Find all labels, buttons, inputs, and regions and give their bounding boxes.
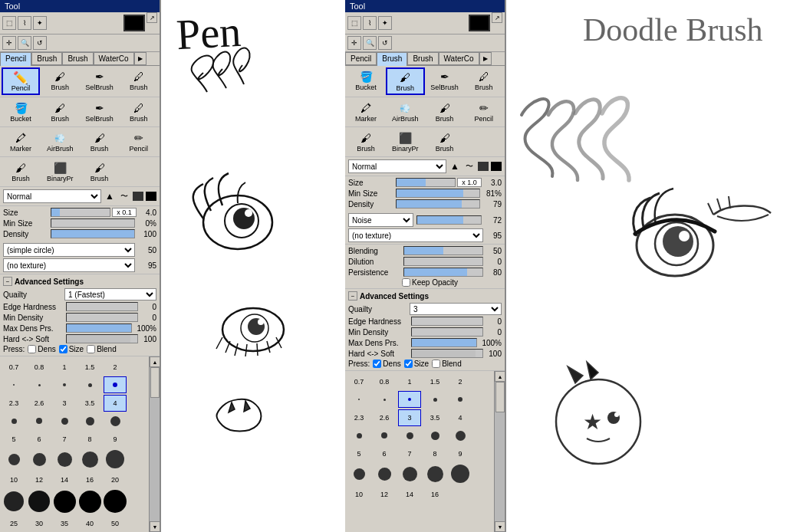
- brush-dot-2[interactable]: [104, 376, 127, 393]
- tab-brush1[interactable]: Brush: [31, 52, 62, 65]
- r-press-size[interactable]: Size: [404, 360, 429, 368]
- r-brush-label-3[interactable]: 3: [398, 409, 421, 426]
- right-texture-dropdown[interactable]: (no texture): [348, 228, 483, 242]
- r-brush-label-5[interactable]: 5: [347, 445, 370, 462]
- r-advanced-toggle[interactable]: −: [348, 291, 357, 300]
- brush-dot-35[interactable]: [78, 412, 101, 429]
- color-swatch[interactable]: [123, 15, 145, 31]
- r-brush-dot-4[interactable]: [449, 427, 472, 444]
- right-minsize-bar[interactable]: [396, 189, 480, 198]
- left-advanced-toggle[interactable]: −: [3, 277, 12, 286]
- left-size-bar[interactable]: [51, 208, 110, 217]
- brush-size-label-1[interactable]: 1: [53, 359, 76, 376]
- expand-icon[interactable]: ↗: [146, 12, 157, 23]
- r-tab-pencil[interactable]: Pencil: [345, 52, 377, 65]
- r-rotate-icon[interactable]: ↺: [378, 36, 392, 50]
- brush-dot-26[interactable]: [28, 412, 51, 429]
- brush-size-label-3[interactable]: 3: [53, 395, 76, 412]
- left-shape-dropdown[interactable]: (simple circle): [3, 243, 135, 257]
- left-mode-dropdown[interactable]: Normal: [3, 189, 101, 203]
- brush-size-label-50[interactable]: 50: [104, 515, 127, 532]
- right-density-bar[interactable]: [396, 199, 480, 209]
- r-lasso-icon[interactable]: ⌇: [363, 16, 377, 30]
- rotate-icon[interactable]: ↺: [33, 36, 47, 50]
- r-brush-label-12[interactable]: 12: [373, 486, 396, 503]
- tool-selbrush2[interactable]: ✒ SelBrush: [81, 99, 119, 125]
- brush-dot-14[interactable]: [53, 489, 76, 514]
- r-brush-dot-07[interactable]: [347, 391, 370, 408]
- brush-size-label-26[interactable]: 2.6: [28, 395, 51, 412]
- r-brush-label-4[interactable]: 4: [449, 409, 472, 426]
- r-brush-dot-08[interactable]: [373, 391, 396, 408]
- left-scroll-thumb[interactable]: [150, 367, 160, 398]
- r-brush-dot-23[interactable]: [347, 427, 370, 444]
- tool-marker[interactable]: 🖍 Marker: [2, 129, 40, 155]
- r-tool-brush3[interactable]: 🖌 Brush: [426, 99, 464, 125]
- r-tool-bucket[interactable]: 🪣 Bucket: [347, 67, 385, 95]
- left-advanced-header[interactable]: − Advanced Settings: [3, 277, 156, 286]
- right-noise-dropdown[interactable]: Noise: [348, 213, 413, 227]
- tab-pencil[interactable]: Pencil: [0, 52, 31, 66]
- left-press-dens[interactable]: Dens: [28, 345, 55, 353]
- brush-dot-12[interactable]: [28, 489, 51, 514]
- r-brush-dot-9[interactable]: [449, 463, 472, 484]
- brush-size-label-40[interactable]: 40: [78, 515, 101, 532]
- left-press-size[interactable]: Size: [59, 345, 84, 353]
- lasso-icon[interactable]: ⌇: [18, 16, 31, 30]
- r-brush-dot-7[interactable]: [398, 463, 421, 484]
- r-expand-icon[interactable]: ↗: [492, 12, 502, 23]
- r-scroll-thumb[interactable]: [495, 382, 505, 412]
- brush-dot-10[interactable]: [2, 489, 25, 514]
- r-brush-label-23[interactable]: 2.3: [347, 409, 370, 426]
- r-tool-selbrush[interactable]: ✒ SelBrush: [426, 67, 464, 95]
- r-tool-brush5[interactable]: 🖌 Brush: [426, 129, 464, 155]
- right-scroll-bar[interactable]: ▲ ▼: [494, 371, 505, 532]
- brush-size-label-25[interactable]: 25: [2, 515, 25, 532]
- tool-brush3[interactable]: 🖌 Brush: [41, 99, 79, 125]
- tool-brush6[interactable]: 🖌 Brush: [2, 159, 40, 185]
- brush-size-label-8[interactable]: 8: [78, 431, 101, 448]
- tool-airbrush[interactable]: 💨 AirBrush: [41, 129, 79, 155]
- move-icon[interactable]: ✛: [2, 36, 16, 50]
- r-select-rect-icon[interactable]: ⬚: [347, 16, 361, 30]
- tool-brush4[interactable]: 🖊 Brush: [120, 99, 158, 125]
- right-keep-opacity[interactable]: Keep Opacity: [402, 278, 458, 287]
- r-tab-scroll[interactable]: ▶: [479, 52, 492, 65]
- tool-brush5[interactable]: 🖌 Brush: [81, 129, 119, 155]
- brush-dot-6[interactable]: [28, 448, 51, 470]
- tool-bucket[interactable]: 🪣 Bucket: [2, 99, 40, 125]
- r-tool-brush4[interactable]: 🖌 Brush: [347, 129, 385, 155]
- brush-dot-8[interactable]: [78, 448, 101, 470]
- r-press-blend[interactable]: Blend: [432, 360, 462, 368]
- brush-size-label-35[interactable]: 3.5: [78, 395, 101, 412]
- brush-dot-5[interactable]: [2, 448, 25, 470]
- brush-size-label-7[interactable]: 7: [53, 431, 76, 448]
- r-brush-dot-8[interactable]: [423, 463, 446, 484]
- brush-size-label-5[interactable]: 5: [2, 431, 25, 448]
- tab-scroll-right[interactable]: ▶: [134, 52, 146, 65]
- zoom-icon[interactable]: 🔍: [18, 36, 31, 50]
- r-brush-label-9[interactable]: 9: [449, 445, 472, 462]
- right-size-bar[interactable]: [396, 178, 456, 187]
- left-scroll-up[interactable]: ▲: [150, 356, 160, 367]
- tool-pencil2[interactable]: ✏ Pencil: [120, 129, 158, 155]
- r-tool-marker[interactable]: 🖍 Marker: [347, 99, 385, 125]
- brush-size-label-16[interactable]: 16: [78, 471, 101, 488]
- r-tool-binarypr[interactable]: ⬛ BinaryPr: [386, 129, 424, 155]
- r-tool-brush2[interactable]: 🖊 Brush: [465, 67, 503, 95]
- brush-dot-15[interactable]: [78, 376, 101, 393]
- r-brush-dot-35[interactable]: [423, 427, 446, 444]
- brush-size-label-4[interactable]: 4: [104, 395, 127, 412]
- left-texture-dropdown[interactable]: (no texture): [3, 258, 135, 272]
- tool-brush7[interactable]: 🖌 Brush: [81, 159, 119, 185]
- r-zoom-icon[interactable]: 🔍: [363, 36, 377, 50]
- brush-size-label-6[interactable]: 6: [28, 431, 51, 448]
- brush-dot-3[interactable]: [53, 412, 76, 429]
- brush-size-label-14[interactable]: 14: [53, 471, 76, 488]
- tool-brush1[interactable]: 🖌 Brush: [41, 67, 79, 95]
- tool-brush2[interactable]: 🖊 Brush: [120, 67, 158, 95]
- brush-dot-07[interactable]: [2, 376, 25, 393]
- brush-size-label-30[interactable]: 30: [28, 515, 51, 532]
- right-advanced-header[interactable]: − Advanced Settings: [348, 291, 502, 300]
- brush-size-label-9[interactable]: 9: [104, 431, 127, 448]
